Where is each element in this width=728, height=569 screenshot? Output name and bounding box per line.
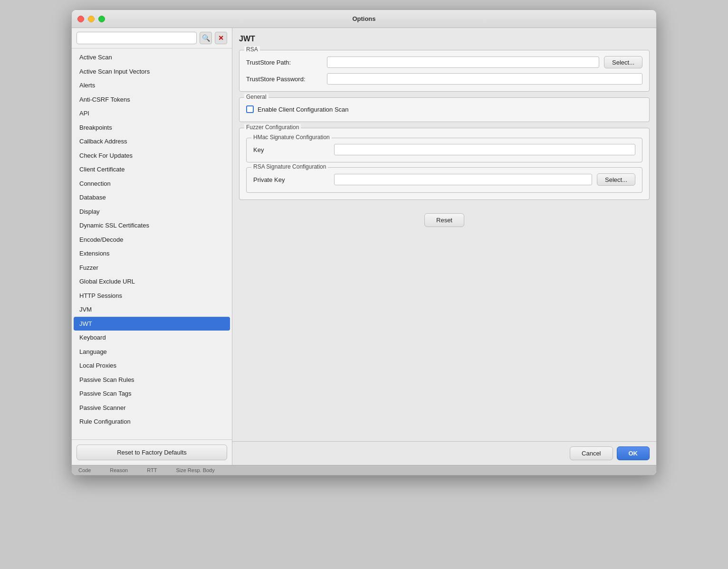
sidebar-item-callback-address[interactable]: Callback Address (72, 134, 232, 149)
sidebar-item-passive-scan-rules[interactable]: Passive Scan Rules (72, 373, 232, 387)
sidebar-item-anti-csrf-tokens[interactable]: Anti-CSRF Tokens (72, 93, 232, 107)
sidebar-item-active-scan[interactable]: Active Scan (72, 50, 232, 65)
bottom-bar: Cancel OK (232, 441, 656, 465)
private-key-select-button[interactable]: Select... (597, 173, 635, 186)
options-window: Options 🔍 ✕ Active ScanActive Scan Input… (71, 9, 657, 475)
private-key-row: Private Key Select... (253, 173, 635, 186)
rsa-signature-label: RSA Signature Configuration (251, 163, 328, 170)
maximize-button[interactable] (98, 16, 105, 22)
hmac-section-label: HMac Signature Configuration (251, 134, 332, 141)
sidebar-item-global-exclude-url[interactable]: Global Exclude URL (72, 275, 232, 289)
panel-content: JWT RSA TrustStore Path: Select... Trust… (232, 28, 656, 441)
truststore-password-input[interactable] (327, 73, 642, 85)
taskbar-col4: Size Resp. Body (176, 467, 214, 473)
sidebar-item-client-certificate[interactable]: Client Certificate (72, 162, 232, 177)
search-input[interactable] (77, 32, 197, 44)
reset-row: Reset (239, 213, 650, 227)
sidebar-item-api[interactable]: API (72, 106, 232, 121)
private-key-label: Private Key (253, 176, 329, 183)
sidebar-item-encode-decode[interactable]: Encode/Decode (72, 233, 232, 247)
sidebar-item-display[interactable]: Display (72, 205, 232, 219)
cancel-button[interactable]: Cancel (570, 446, 613, 460)
clear-search-button[interactable]: ✕ (215, 32, 227, 44)
sidebar-item-dynamic-ssl-certificates[interactable]: Dynamic SSL Certificates (72, 218, 232, 233)
fuzzer-section: Fuzzer Configuration HMac Signature Conf… (239, 128, 650, 200)
truststore-password-row: TrustStore Password: (246, 73, 642, 85)
sidebar: 🔍 ✕ Active ScanActive Scan Input Vectors… (72, 28, 232, 465)
fuzzer-section-label: Fuzzer Configuration (244, 124, 301, 131)
sidebar-item-keyboard[interactable]: Keyboard (72, 331, 232, 345)
sidebar-item-alerts[interactable]: Alerts (72, 78, 232, 93)
panel-title: JWT (239, 35, 650, 43)
taskbar-hint: Code Reason RTT Size Resp. Body (72, 465, 656, 475)
key-label: Key (253, 146, 329, 153)
main-content-area: 🔍 ✕ Active ScanActive Scan Input Vectors… (72, 28, 656, 465)
sidebar-item-connection[interactable]: Connection (72, 177, 232, 191)
sidebar-item-active-scan-input-vectors[interactable]: Active Scan Input Vectors (72, 65, 232, 79)
bottom-actions: Cancel OK (570, 446, 650, 460)
taskbar-col1: Code (78, 467, 91, 473)
reset-button[interactable]: Reset (424, 213, 464, 227)
truststore-path-row: TrustStore Path: Select... (246, 56, 642, 68)
rsa-section-label: RSA (244, 46, 260, 53)
ok-button[interactable]: OK (617, 446, 650, 460)
sidebar-item-extensions[interactable]: Extensions (72, 247, 232, 261)
titlebar: Options (72, 10, 656, 28)
sidebar-item-jvm[interactable]: JVM (72, 303, 232, 317)
window-controls (77, 16, 105, 22)
sidebar-item-local-proxies[interactable]: Local Proxies (72, 359, 232, 373)
reset-factory-defaults-button[interactable]: Reset to Factory Defaults (77, 445, 227, 460)
taskbar-col2: Reason (110, 467, 128, 473)
general-section-label: General (244, 94, 268, 100)
rsa-section: RSA TrustStore Path: Select... TrustStor… (239, 50, 650, 92)
sidebar-footer: Reset to Factory Defaults (72, 439, 232, 465)
truststore-path-input[interactable] (327, 57, 599, 68)
sidebar-item-rule-configuration[interactable]: Rule Configuration (72, 415, 232, 429)
general-section: General Enable Client Configuration Scan (239, 97, 650, 122)
key-row: Key (253, 144, 635, 155)
truststore-path-label: TrustStore Path: (246, 59, 322, 66)
sidebar-item-passive-scanner[interactable]: Passive Scanner (72, 401, 232, 415)
minimize-button[interactable] (88, 16, 95, 22)
enable-client-scan-row: Enable Client Configuration Scan (246, 104, 642, 115)
truststore-path-select-button[interactable]: Select... (604, 56, 642, 68)
sidebar-item-fuzzer[interactable]: Fuzzer (72, 261, 232, 275)
sidebar-item-http-sessions[interactable]: HTTP Sessions (72, 289, 232, 303)
key-input[interactable] (334, 144, 635, 155)
enable-client-scan-checkbox[interactable] (246, 105, 254, 113)
window-title: Options (352, 15, 375, 22)
main-panel: JWT RSA TrustStore Path: Select... Trust… (232, 28, 656, 465)
sidebar-item-breakpoints[interactable]: Breakpoints (72, 121, 232, 135)
private-key-input[interactable] (334, 174, 592, 185)
hmac-section: HMac Signature Configuration Key (246, 138, 642, 162)
taskbar-col3: RTT (147, 467, 157, 473)
search-icon[interactable]: 🔍 (200, 32, 212, 44)
sidebar-item-database[interactable]: Database (72, 190, 232, 205)
sidebar-item-check-for-updates[interactable]: Check For Updates (72, 149, 232, 163)
nav-list: Active ScanActive Scan Input VectorsAler… (72, 48, 232, 439)
enable-client-scan-label: Enable Client Configuration Scan (258, 106, 349, 113)
sidebar-item-passive-scan-tags[interactable]: Passive Scan Tags (72, 387, 232, 401)
rsa-signature-section: RSA Signature Configuration Private Key … (246, 167, 642, 193)
sidebar-item-language[interactable]: Language (72, 345, 232, 359)
sidebar-item-jwt[interactable]: JWT (74, 317, 230, 331)
close-button[interactable] (77, 16, 84, 22)
search-bar: 🔍 ✕ (72, 28, 232, 48)
truststore-password-label: TrustStore Password: (246, 76, 322, 83)
